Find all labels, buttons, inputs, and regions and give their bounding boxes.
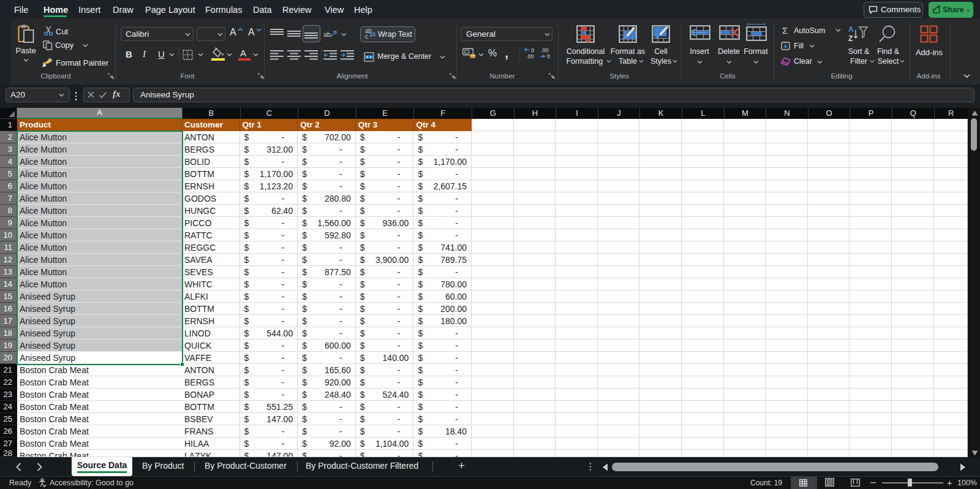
- svg-text:0: 0: [547, 53, 550, 59]
- svg-text:A: A: [848, 25, 854, 34]
- svg-text:.00: .00: [526, 53, 534, 59]
- svg-text:Z: Z: [848, 34, 853, 43]
- svg-text:ab: ab: [323, 31, 331, 38]
- svg-text:0: 0: [531, 47, 534, 53]
- svg-text:.00: .00: [541, 47, 549, 53]
